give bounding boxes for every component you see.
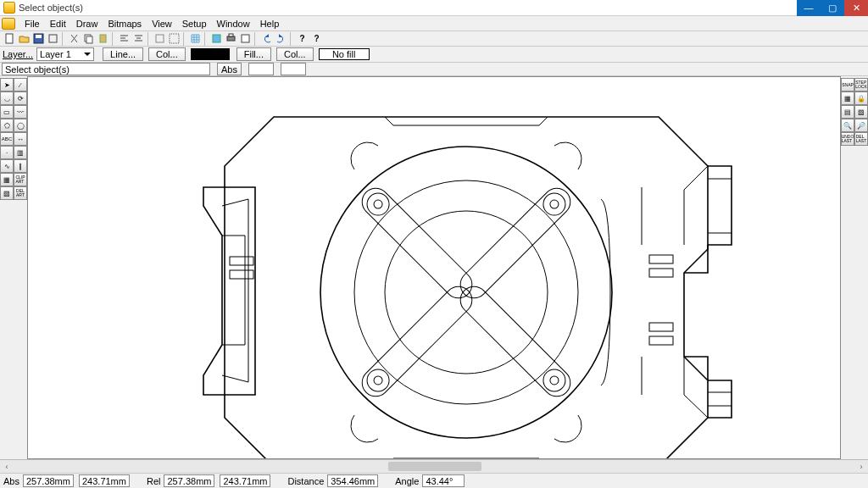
del-last-tool[interactable]: DEL LAST (854, 132, 868, 146)
menu-bitmaps[interactable]: Bitmaps (103, 19, 147, 29)
distance-value: 354.46mm (327, 474, 378, 487)
line-tool[interactable]: ∕ (14, 78, 27, 92)
import-button[interactable] (46, 32, 60, 46)
svg-point-32 (539, 365, 570, 396)
abs-x: 257.38mm (23, 474, 74, 487)
rect-tool[interactable]: ▭ (0, 105, 14, 119)
fill-color-swatch[interactable]: No fill (319, 48, 370, 60)
horizontal-scrollbar[interactable]: ‹ › (0, 459, 868, 473)
bitmap-tool[interactable]: ▥ (14, 146, 27, 159)
svg-point-13 (320, 147, 612, 438)
main-toolbar: ? ? (0, 31, 868, 47)
undo-last-tool[interactable]: UNDO LAST (841, 132, 854, 146)
spline-tool[interactable]: ∿ (0, 159, 14, 173)
select-all-button[interactable] (167, 32, 181, 46)
context-help-button[interactable]: ? (295, 32, 309, 46)
preview-button[interactable] (238, 32, 253, 46)
redo-button[interactable] (274, 32, 288, 46)
paste-button[interactable] (96, 32, 110, 46)
menu-window[interactable]: Window (212, 19, 255, 29)
scroll-right-arrow[interactable]: › (854, 460, 868, 474)
parallel-tool[interactable]: ∥ (14, 159, 27, 173)
zoom-in-tool[interactable]: 🔎 (854, 119, 868, 132)
angle-label: Angle (395, 476, 419, 486)
svg-point-15 (385, 211, 548, 374)
abs-button[interactable]: Abs (217, 63, 242, 75)
hatch-tool[interactable]: ▦ (0, 173, 14, 186)
menu-edit[interactable]: Edit (45, 19, 71, 29)
point-tool[interactable]: · (0, 146, 14, 159)
menubar: File Edit Draw Bitmaps View Setup Window… (0, 16, 868, 31)
abs-y: 243.71mm (79, 474, 130, 487)
step-lock-toggle[interactable]: STEP LOCK (854, 78, 868, 92)
zoom-out-tool[interactable]: 🔍 (841, 119, 854, 132)
line-color-button[interactable]: Col... (148, 47, 186, 61)
svg-point-14 (354, 180, 578, 404)
pointer-tool[interactable]: ➤ (0, 78, 14, 92)
svg-point-30 (548, 198, 560, 210)
align-left-button[interactable] (117, 32, 131, 46)
coord-y-readout (281, 63, 306, 75)
polygon-tool[interactable]: ⬠ (0, 119, 14, 132)
status-line: Abs (0, 63, 868, 76)
new-button[interactable] (3, 32, 17, 46)
open-button[interactable] (17, 32, 31, 46)
svg-point-27 (372, 198, 384, 210)
minimize-button[interactable]: — (797, 0, 821, 16)
menu-setup[interactable]: Setup (177, 19, 212, 29)
prompt-input[interactable] (2, 63, 210, 75)
fill-button[interactable]: Fill... (236, 47, 271, 61)
refresh-tool[interactable]: ⟳ (14, 92, 27, 105)
snap-toggle[interactable]: SNAP (841, 78, 854, 92)
print-button[interactable] (224, 32, 238, 46)
copy-button[interactable] (81, 32, 96, 46)
clipart-tool[interactable]: CLIP ART (14, 173, 27, 186)
save-button[interactable] (31, 32, 46, 46)
grid-lock-tool[interactable]: ▦ (841, 92, 854, 105)
layer-combo[interactable]: Layer 1 (36, 47, 94, 61)
menu-help[interactable]: Help (255, 19, 285, 29)
app-menu-icon[interactable] (2, 18, 15, 30)
grid-button[interactable] (188, 32, 203, 46)
close-button[interactable]: ✕ (844, 0, 868, 16)
layers-tool[interactable]: ▤ (841, 105, 854, 119)
svg-rect-3 (49, 35, 57, 42)
polyline-tool[interactable]: 〰 (14, 105, 27, 119)
cut-button[interactable] (67, 32, 81, 46)
svg-rect-0 (6, 34, 13, 43)
library-button[interactable] (209, 32, 224, 46)
ellipse-tool[interactable]: ◯ (14, 119, 27, 132)
menu-file[interactable]: File (19, 19, 45, 29)
menu-draw[interactable]: Draw (71, 19, 103, 29)
rel-label: Rel (147, 476, 161, 486)
menu-view[interactable]: View (147, 19, 177, 29)
scroll-thumb[interactable] (388, 462, 481, 471)
help-button[interactable]: ? (309, 32, 324, 46)
app-icon (3, 2, 15, 14)
rel-y: 243.71mm (220, 474, 270, 487)
drawing-canvas[interactable] (27, 76, 841, 459)
bottom-statusbar: Abs 257.38mm 243.71mm Rel 257.38mm 243.7… (0, 473, 868, 488)
undo-button[interactable] (259, 32, 274, 46)
layer-label[interactable]: Layer... (3, 49, 36, 59)
rel-x: 257.38mm (164, 474, 214, 487)
text-tool[interactable]: ABC (0, 132, 14, 146)
svg-rect-6 (100, 35, 106, 42)
maximize-button[interactable]: ▢ (821, 0, 844, 16)
layers2-tool[interactable]: ▧ (854, 105, 868, 119)
snap-button[interactable] (153, 32, 167, 46)
fill-color-button[interactable]: Col... (276, 47, 314, 61)
misc-tool[interactable]: ▨ (0, 186, 14, 200)
delart-tool[interactable]: DEL ART (14, 186, 27, 200)
nofill-label: No fill (332, 49, 356, 59)
line-color-swatch[interactable] (191, 48, 230, 60)
properties-toolbar: Layer... Layer 1 Line... Col... Fill... … (0, 47, 868, 63)
scroll-left-arrow[interactable]: ‹ (0, 460, 14, 474)
arc-tool[interactable]: ◡ (0, 92, 14, 105)
svg-point-23 (363, 365, 394, 396)
align-center-button[interactable] (131, 32, 146, 46)
svg-rect-20 (649, 323, 673, 331)
lock-tool[interactable]: 🔒 (854, 92, 868, 105)
dimension-tool[interactable]: ↔ (14, 132, 27, 146)
line-button[interactable]: Line... (103, 47, 143, 61)
